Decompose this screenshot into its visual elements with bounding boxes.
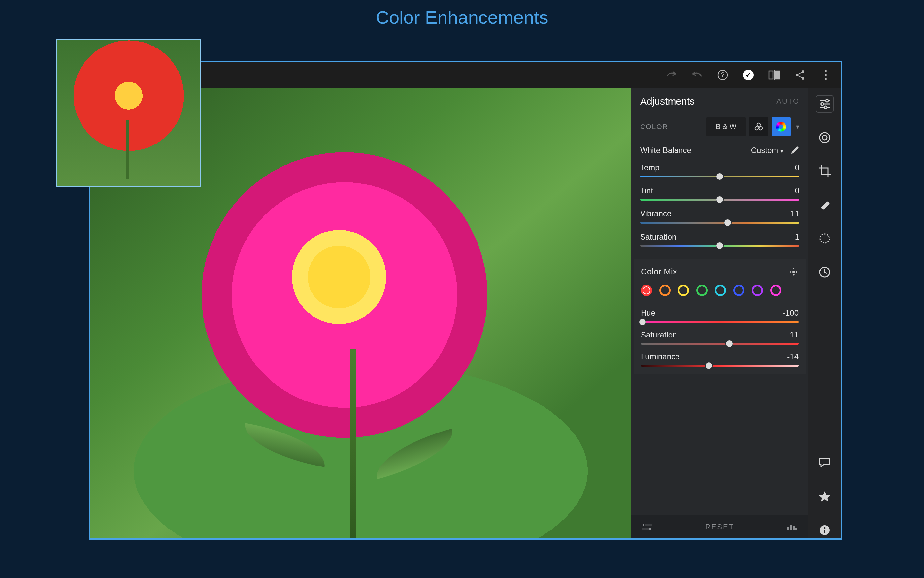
luminance-slider[interactable]: Luminance-14 xyxy=(641,351,799,369)
svg-rect-23 xyxy=(792,526,795,531)
color-swatch[interactable] xyxy=(641,285,652,296)
svg-rect-33 xyxy=(821,201,830,210)
svg-point-13 xyxy=(757,123,760,127)
svg-rect-38 xyxy=(824,529,825,533)
tint-slider[interactable]: Tint0 xyxy=(631,184,809,207)
svg-rect-24 xyxy=(795,528,797,531)
svg-rect-3 xyxy=(776,71,779,79)
main-row: Adjustments AUTO COLOR B & W ▾ White Bal… xyxy=(91,88,841,538)
color-swatch[interactable] xyxy=(696,285,708,296)
color-swatches xyxy=(641,285,799,296)
hue-slider[interactable]: Hue-100 xyxy=(641,307,799,329)
svg-point-26 xyxy=(826,99,828,102)
mixer-tab[interactable] xyxy=(749,117,768,136)
temp-slider[interactable]: Temp0 xyxy=(631,161,809,184)
svg-point-37 xyxy=(824,527,826,529)
white-balance-select[interactable]: Custom ▾ xyxy=(751,146,783,155)
reset-button[interactable]: RESET xyxy=(705,523,734,531)
crop-tool-icon[interactable] xyxy=(817,163,833,179)
color-wheel-tab[interactable] xyxy=(771,117,791,136)
histogram-icon[interactable] xyxy=(787,523,799,531)
svg-point-11 xyxy=(825,74,827,76)
color-swatch[interactable] xyxy=(752,285,763,296)
white-balance-label: White Balance xyxy=(640,146,691,155)
svg-point-15 xyxy=(759,127,762,130)
color-swatch[interactable] xyxy=(659,285,671,296)
svg-point-10 xyxy=(825,70,827,72)
color-swatch[interactable] xyxy=(678,285,689,296)
redo-icon[interactable] xyxy=(665,68,678,81)
panel-title: Adjustments xyxy=(640,96,695,107)
top-toolbar: ? ✓ xyxy=(91,62,841,88)
svg-point-32 xyxy=(822,135,827,140)
info-icon[interactable] xyxy=(817,522,833,538)
healing-tool-icon[interactable] xyxy=(817,196,833,213)
svg-point-30 xyxy=(824,106,827,109)
svg-point-19 xyxy=(649,528,651,530)
svg-rect-21 xyxy=(788,527,789,531)
color-tabs: COLOR B & W ▾ xyxy=(631,114,809,144)
comments-icon[interactable] xyxy=(817,455,833,471)
tool-rail xyxy=(809,88,841,538)
target-adjust-icon[interactable] xyxy=(789,267,799,277)
compare-icon[interactable] xyxy=(768,68,781,81)
svg-text:?: ? xyxy=(721,71,724,78)
optics-tool-icon[interactable] xyxy=(817,129,833,146)
bw-tab[interactable]: B & W xyxy=(706,117,746,136)
help-icon[interactable]: ? xyxy=(716,68,729,81)
svg-point-31 xyxy=(820,133,830,143)
color-dropdown-caret-icon[interactable]: ▾ xyxy=(794,123,801,131)
color-mix-section: Color Mix Hue-100 Saturation11 Luminance… xyxy=(633,259,806,374)
color-label: COLOR xyxy=(640,123,668,131)
color-swatch[interactable] xyxy=(715,285,726,296)
svg-point-34 xyxy=(820,234,829,243)
wb-eyedropper-icon[interactable] xyxy=(790,146,799,155)
svg-line-9 xyxy=(798,76,802,78)
svg-rect-2 xyxy=(769,71,773,79)
color-swatch[interactable] xyxy=(770,285,781,296)
page-title: Color Enhancements xyxy=(376,6,549,28)
color-mix-title: Color Mix xyxy=(641,266,677,277)
auto-button[interactable]: AUTO xyxy=(776,97,799,106)
adjustments-panel: Adjustments AUTO COLOR B & W ▾ White Bal… xyxy=(631,88,809,538)
rating-icon[interactable] xyxy=(817,488,833,505)
svg-line-8 xyxy=(798,72,802,74)
radial-tool-icon[interactable] xyxy=(817,230,833,247)
panel-footer: RESET xyxy=(631,515,809,538)
saturation-slider[interactable]: Saturation1 xyxy=(631,230,809,253)
share-icon[interactable] xyxy=(793,68,807,81)
adjust-tool-icon[interactable] xyxy=(817,96,833,112)
svg-rect-22 xyxy=(790,524,792,531)
svg-point-16 xyxy=(792,271,795,273)
svg-point-28 xyxy=(821,102,824,105)
color-swatch[interactable] xyxy=(733,285,744,296)
original-thumbnail xyxy=(56,39,201,187)
svg-point-12 xyxy=(825,78,827,80)
svg-point-14 xyxy=(755,127,758,130)
more-icon[interactable] xyxy=(819,68,832,81)
svg-point-17 xyxy=(643,524,645,526)
presets-icon[interactable] xyxy=(641,522,653,531)
vibrance-slider[interactable]: Vibrance11 xyxy=(631,207,809,230)
undo-icon[interactable] xyxy=(690,68,703,81)
mix-saturation-slider[interactable]: Saturation11 xyxy=(641,329,799,351)
versions-tool-icon[interactable] xyxy=(817,264,833,281)
app-window: ? ✓ Adjustments AUTO COLOR B xyxy=(89,61,842,540)
cloud-status-icon[interactable]: ✓ xyxy=(742,68,755,81)
